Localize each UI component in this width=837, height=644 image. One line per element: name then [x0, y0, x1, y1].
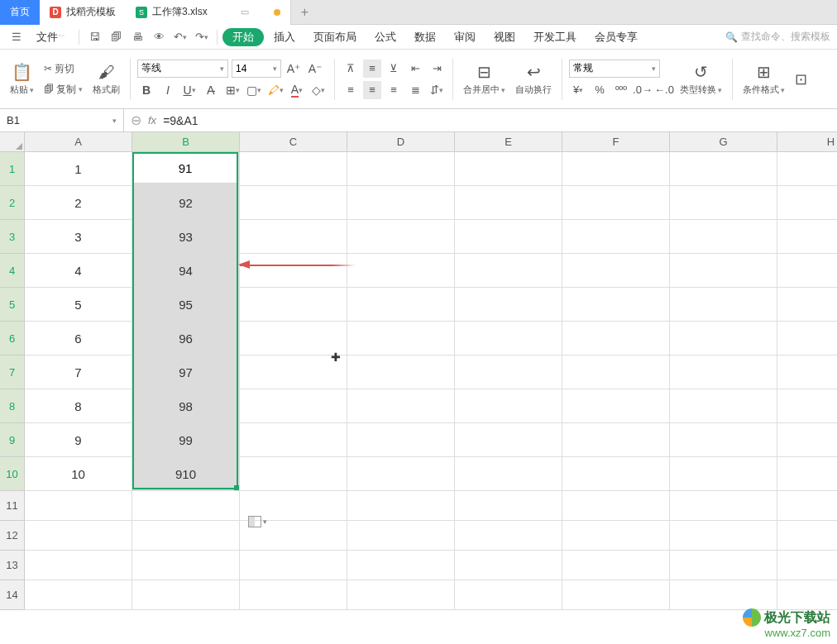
tab-file[interactable]: S 工作簿3.xlsx ▭	[126, 0, 291, 25]
cell[interactable]	[455, 551, 562, 580]
border-button[interactable]: ⊞▾	[223, 81, 242, 99]
cell[interactable]	[240, 186, 347, 220]
cell[interactable]	[347, 355, 455, 389]
cell[interactable]	[670, 491, 777, 521]
cell[interactable]	[777, 254, 837, 288]
row-header[interactable]: 5	[0, 288, 25, 322]
column-header[interactable]: C	[240, 132, 347, 152]
hamburger-icon[interactable]: ☰	[7, 27, 26, 47]
cell[interactable]	[455, 220, 562, 254]
row-header[interactable]: 9	[0, 423, 25, 457]
cell[interactable]: 910	[132, 457, 240, 491]
cell[interactable]	[777, 457, 837, 491]
select-all-corner[interactable]	[0, 132, 25, 152]
cell[interactable]: 5	[25, 288, 132, 322]
cell[interactable]	[777, 322, 837, 355]
indent-decrease-icon[interactable]: ⇤	[406, 60, 424, 78]
cell[interactable]	[777, 288, 837, 322]
column-header[interactable]: A	[25, 132, 132, 152]
clear-format-button[interactable]: ◇▾	[309, 81, 328, 99]
cell[interactable]: 95	[132, 288, 240, 322]
cut-button[interactable]: ✂ 剪切	[41, 60, 86, 78]
decimal-decrease-icon[interactable]: ←.0	[655, 81, 673, 99]
strike-button[interactable]: A̶	[202, 81, 220, 99]
cell[interactable]	[240, 423, 347, 457]
font-name-select[interactable]: 等线▾	[137, 60, 228, 78]
cell[interactable]	[562, 322, 670, 355]
cell[interactable]	[455, 491, 562, 521]
row-header[interactable]: 8	[0, 389, 25, 423]
font-decrease-icon[interactable]: A⁻	[306, 60, 324, 78]
cell[interactable]	[455, 254, 562, 288]
cell[interactable]	[455, 152, 562, 186]
cell[interactable]	[562, 491, 670, 521]
cell[interactable]	[455, 389, 562, 423]
cell[interactable]	[240, 389, 347, 423]
row-header[interactable]: 7	[0, 355, 25, 389]
cell[interactable]: 94	[132, 254, 240, 288]
cell[interactable]	[777, 355, 837, 389]
column-header[interactable]: D	[347, 132, 455, 152]
undo-icon[interactable]: ↶▾	[170, 27, 190, 47]
merge-label[interactable]: 合并居中▾	[463, 83, 505, 96]
cell[interactable]	[240, 551, 347, 580]
cell[interactable]	[562, 288, 670, 322]
cell[interactable]	[240, 254, 347, 288]
cell[interactable]	[562, 152, 670, 186]
cell[interactable]: 8	[25, 389, 132, 423]
menu-view[interactable]: 视图	[485, 25, 524, 50]
font-color-button[interactable]: A▾	[288, 81, 306, 99]
percent-icon[interactable]: %	[591, 81, 609, 99]
row-header[interactable]: 4	[0, 254, 25, 288]
cell[interactable]	[670, 423, 777, 457]
cell[interactable]	[240, 288, 347, 322]
menu-data[interactable]: 数据	[406, 25, 444, 50]
cell[interactable]	[347, 322, 455, 355]
cell[interactable]	[455, 355, 562, 389]
cell[interactable]: 10	[25, 457, 132, 491]
tab-dao-template[interactable]: D 找稻壳模板	[40, 0, 126, 25]
cell[interactable]	[777, 580, 837, 610]
italic-button[interactable]: I	[159, 81, 177, 99]
cond-format-label[interactable]: 条件格式▾	[743, 83, 785, 96]
cell[interactable]	[777, 551, 837, 580]
tab-home[interactable]: 首页	[0, 0, 40, 25]
cell[interactable]	[240, 580, 347, 610]
cell[interactable]	[562, 580, 670, 610]
column-header[interactable]: F	[562, 132, 670, 152]
cell[interactable]	[347, 423, 455, 457]
number-format-select[interactable]: 常规▾	[569, 60, 660, 78]
cell[interactable]: 97	[132, 355, 240, 389]
cell[interactable]	[455, 580, 562, 610]
cell[interactable]	[670, 521, 777, 551]
save-as-icon[interactable]: 🗐	[106, 27, 126, 47]
cell[interactable]	[777, 220, 837, 254]
menu-review[interactable]: 审阅	[446, 25, 484, 50]
cell[interactable]	[25, 521, 132, 551]
cell[interactable]	[562, 457, 670, 491]
cell[interactable]	[562, 220, 670, 254]
cell[interactable]	[347, 457, 455, 491]
currency-icon[interactable]: ¥▾	[569, 81, 587, 99]
tab-add-button[interactable]: +	[291, 5, 318, 20]
cell[interactable]	[777, 389, 837, 423]
row-header[interactable]: 12	[0, 521, 25, 551]
format-painter-icon[interactable]: 🖌	[98, 63, 115, 82]
redo-icon[interactable]: ↷▾	[192, 27, 212, 47]
font-increase-icon[interactable]: A⁺	[285, 60, 303, 78]
cell[interactable]	[670, 355, 777, 389]
format-painter-label[interactable]: 格式刷	[93, 83, 120, 96]
cell[interactable]	[455, 423, 562, 457]
cell[interactable]	[777, 186, 837, 220]
menu-insert[interactable]: 插入	[265, 25, 304, 50]
cell[interactable]	[347, 186, 455, 220]
menu-start[interactable]: 开始	[222, 28, 264, 46]
thousands-icon[interactable]: ººº	[612, 81, 630, 99]
cell[interactable]	[25, 551, 132, 580]
cell[interactable]	[347, 288, 455, 322]
row-header[interactable]: 11	[0, 491, 25, 521]
cell[interactable]: 1	[25, 152, 132, 186]
paste-icon[interactable]: 📋	[12, 62, 32, 82]
fill-color-button[interactable]: ▢▾	[245, 81, 263, 99]
align-bottom-icon[interactable]: ⊻	[385, 60, 403, 78]
